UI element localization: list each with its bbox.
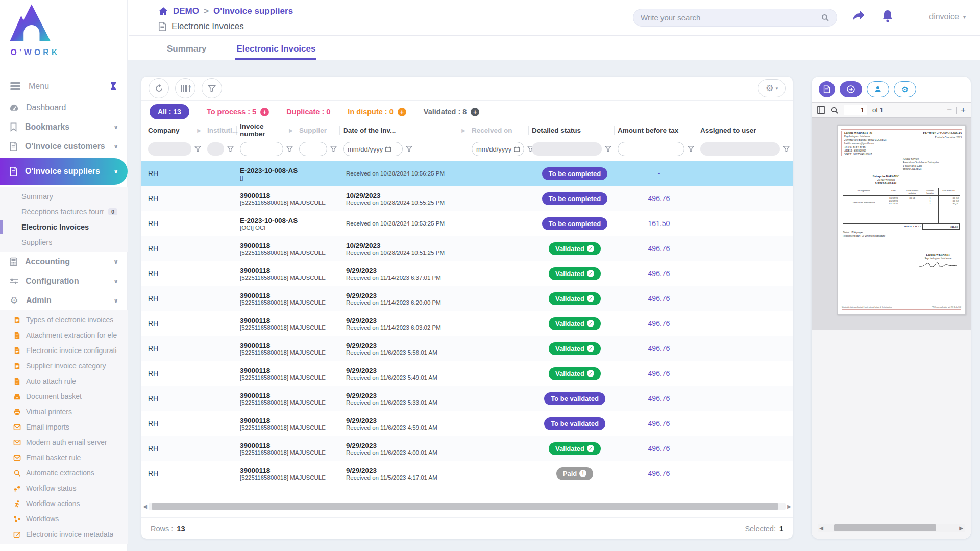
global-search[interactable]	[633, 9, 837, 27]
search-input[interactable]	[641, 13, 821, 22]
invoice-date-filter-input[interactable]: mm/dd/yyyy	[343, 142, 403, 156]
preview-horizontal-scrollbar[interactable]: ◀ ▶	[818, 524, 965, 532]
invoice-row[interactable]: RH 39000118 [52251165800018] MAJUSCULE 1…	[141, 236, 793, 261]
col-supplier[interactable]: Supplier	[296, 126, 340, 135]
search-icon[interactable]	[821, 13, 829, 22]
chip-in-dispute[interactable]: In dispute : 0 +	[348, 108, 406, 116]
col-amount-before-tax[interactable]: Amount before tax	[615, 126, 697, 135]
sidebar-item-dashboard[interactable]: Dashboard	[0, 98, 128, 117]
assign-user-button[interactable]	[867, 81, 889, 97]
invoice-row[interactable]: RH 39000118 [52251165800018] MAJUSCULE 9…	[141, 411, 793, 436]
amount-link[interactable]: 496.76	[648, 369, 670, 378]
sidebar-item-oinvoice-suppliers[interactable]: O'Invoice suppliers ∨	[0, 158, 128, 185]
amount-link[interactable]: 496.76	[648, 319, 670, 328]
chip-validated[interactable]: Validated : 8 +	[424, 108, 480, 116]
col-invoice-number[interactable]: Invoice number▶	[237, 126, 296, 135]
amount-link[interactable]: 496.76	[648, 244, 670, 253]
funnel-icon[interactable]	[194, 146, 201, 152]
invoice-row[interactable]: RH 39000118 [52251165800018] MAJUSCULE 9…	[141, 261, 793, 286]
invoice-number-filter-input[interactable]	[240, 142, 283, 156]
scroll-left-icon[interactable]: ◀	[141, 504, 149, 509]
table-settings-button[interactable]: ⚙▾	[758, 79, 786, 97]
funnel-icon[interactable]	[783, 146, 790, 152]
admin-submenu-item[interactable]: Workflows	[0, 511, 128, 527]
admin-submenu-item[interactable]: Virtual printers	[0, 404, 128, 419]
sidebar-item-configuration[interactable]: Configuration ∨	[0, 271, 128, 291]
received-date-filter-input[interactable]: mm/dd/yyyy	[472, 142, 524, 156]
invoice-row[interactable]: RH 39000118 [52251165800018] MAJUSCULE 9…	[141, 361, 793, 386]
funnel-icon[interactable]	[330, 146, 337, 152]
invoice-row[interactable]: RH 39000118 [52251165800018] MAJUSCULE 9…	[141, 286, 793, 311]
amount-link[interactable]: 496.76	[648, 419, 670, 428]
admin-submenu-item[interactable]: Electronic invoice configuration	[0, 343, 128, 358]
chip-duplicate[interactable]: Duplicate : 0	[286, 108, 330, 116]
amount-link[interactable]: 496.76	[648, 394, 670, 403]
breadcrumb-section[interactable]: O'Invoice suppliers	[213, 6, 293, 16]
amount-link[interactable]: 496.76	[648, 344, 670, 353]
supplier-filter-input[interactable]	[299, 142, 327, 156]
suppliers-submenu-item[interactable]: Summary	[0, 189, 128, 204]
amount-link[interactable]: 496.76	[648, 444, 670, 453]
sidebar-item-admin[interactable]: ⚙ Admin ∨	[0, 291, 128, 310]
pdf-search-icon[interactable]	[830, 106, 839, 114]
col-detailed-status[interactable]: Detailed status	[529, 126, 615, 135]
admin-submenu-item[interactable]: Automatic extractions	[0, 465, 128, 481]
invoice-row[interactable]: RH 39000118 [52251165800018] MAJUSCULE 9…	[141, 336, 793, 361]
sort-arrow-icon[interactable]: ▶	[289, 128, 293, 133]
home-icon[interactable]	[158, 7, 168, 16]
suppliers-submenu-item[interactable]: Electronic Invoices	[0, 219, 128, 235]
breadcrumb-root[interactable]: DEMO	[173, 6, 199, 16]
scrollbar-thumb[interactable]	[834, 524, 936, 531]
sidebar-toggle-icon[interactable]	[817, 106, 825, 114]
scroll-right-icon[interactable]: ▶	[786, 504, 793, 509]
admin-submenu-item[interactable]: Email basket rule	[0, 450, 128, 465]
invoice-row[interactable]: RH 39000118 [52251165800018] MAJUSCULE 9…	[141, 386, 793, 411]
invoice-row[interactable]: RH 39000118 [52251165800018] MAJUSCULE 9…	[141, 311, 793, 336]
preview-settings-button[interactable]: ⚙	[894, 81, 916, 97]
share-icon[interactable]	[851, 9, 866, 22]
funnel-icon[interactable]	[605, 146, 611, 152]
scroll-left-icon[interactable]: ◀	[818, 525, 825, 531]
suppliers-submenu-item[interactable]: Réceptions factures fournisseurs 0	[0, 204, 128, 219]
admin-submenu-item[interactable]: Modern auth email server	[0, 435, 128, 450]
sort-arrow-icon[interactable]: ▶	[461, 128, 465, 133]
pdf-page[interactable]: Laetitia WERNERT- EI Psychologue clinici…	[837, 125, 966, 315]
scrollbar-thumb[interactable]	[152, 503, 778, 510]
amount-link[interactable]: 161.50	[648, 219, 670, 228]
pin-sidebar-icon[interactable]	[109, 82, 117, 91]
notifications-bell-icon[interactable]	[881, 9, 894, 23]
invoice-row[interactable]: RH E-2023-10-008-AS [] Received on 10/28…	[141, 161, 793, 186]
admin-submenu-item[interactable]: Workflow actions	[0, 496, 128, 511]
invoice-row[interactable]: RH 39000118 [52251165800018] MAJUSCULE 1…	[141, 186, 793, 211]
admin-submenu-item[interactable]: Types of electronic invoices	[0, 312, 128, 328]
amount-link[interactable]: 496.76	[648, 269, 670, 278]
calendar-icon[interactable]	[514, 146, 520, 152]
sidebar-item-accounting[interactable]: Accounting ∨	[0, 252, 128, 271]
page-number-input[interactable]	[844, 105, 867, 115]
invoice-row[interactable]: RH 39000118 [52251165800018] MAJUSCULE 9…	[141, 436, 793, 461]
admin-submenu-item[interactable]: Document basket	[0, 389, 128, 404]
user-menu[interactable]: dinvoice ▾	[929, 12, 966, 21]
filter-button[interactable]	[202, 78, 222, 98]
zoom-out-icon[interactable]: −	[947, 105, 952, 115]
funnel-icon[interactable]	[406, 146, 412, 152]
col-company[interactable]: Company▶	[145, 126, 204, 135]
tab-electronic-invoices[interactable]: Electronic Invoices	[235, 40, 316, 60]
app-logo[interactable]: O'WORK	[7, 3, 63, 57]
admin-submenu-item[interactable]: Workflow status	[0, 481, 128, 496]
add-filter-icon[interactable]: +	[260, 108, 269, 116]
suppliers-submenu-item[interactable]: Suppliers	[0, 235, 128, 250]
admin-submenu-item[interactable]: Supplier invoice category	[0, 358, 128, 373]
add-filter-icon[interactable]: +	[398, 108, 406, 116]
funnel-icon[interactable]	[227, 146, 234, 152]
columns-button[interactable]: ▾	[175, 78, 195, 98]
sidebar-item-oinvoice-customers[interactable]: O'Invoice customers ∨	[0, 137, 128, 156]
admin-submenu-item[interactable]: Attachment extraction for electron	[0, 328, 128, 343]
amount-link[interactable]: 496.76	[648, 294, 670, 303]
col-assigned-to-user[interactable]: Assigned to user	[697, 126, 793, 135]
amount-link[interactable]: -	[658, 169, 660, 178]
admin-submenu-item[interactable]: Electronic invoice metadata	[0, 527, 128, 542]
hamburger-menu-icon[interactable]	[10, 81, 20, 92]
admin-submenu-item[interactable]: Email imports	[0, 419, 128, 435]
pdf-view-button[interactable]	[819, 81, 835, 97]
